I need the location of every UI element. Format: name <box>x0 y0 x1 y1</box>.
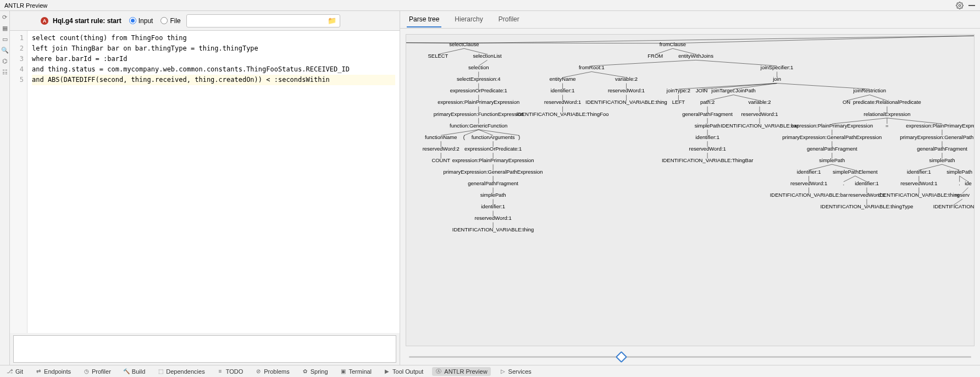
status-profiler[interactable]: ◷Profiler <box>80 367 114 376</box>
file-path-input[interactable]: 📁 <box>186 14 340 27</box>
tree-node[interactable]: IDENTIFICATION <box>933 203 974 209</box>
tree-node[interactable]: = <box>885 123 889 129</box>
tree-node[interactable]: SELECT <box>428 53 449 59</box>
tree-node[interactable]: reserv <box>955 192 970 198</box>
tree-node[interactable]: expressionOrPredicate:1 <box>450 87 507 93</box>
tree-node[interactable]: expression:PlainPrimaryExpression <box>791 123 873 129</box>
tree-node[interactable]: identifier:1 <box>907 169 931 175</box>
tree-node[interactable]: reservedWord:1 <box>689 146 726 152</box>
tab-parse-tree[interactable]: Parse tree <box>407 12 441 27</box>
tree-node[interactable]: IDENTIFICATION_VARIABLE:thing <box>452 226 534 232</box>
status-dependencies[interactable]: ⬚Dependencies <box>154 367 208 376</box>
search-icon[interactable]: 🔍 <box>1 46 9 54</box>
tree-node[interactable]: joinType:2 <box>666 87 690 93</box>
tree-node[interactable]: ON <box>843 99 850 105</box>
tree-node[interactable]: entityWithJoins <box>678 53 713 59</box>
tree-node[interactable]: fromClause <box>660 41 686 47</box>
tree-node[interactable]: . <box>843 180 845 186</box>
tree-node[interactable]: variable:2 <box>748 99 771 105</box>
radio-input[interactable] <box>129 17 136 24</box>
tree-node[interactable]: IDENTIFICATION_VARIABLE:ThingFoo <box>517 111 609 117</box>
tree-node[interactable]: generalPathFragment <box>468 180 518 186</box>
tree-node[interactable]: reservedWord:1 <box>741 111 778 117</box>
status-services[interactable]: ▷Services <box>496 367 535 376</box>
tree-node[interactable]: identifier:1 <box>855 180 879 186</box>
status-endpoints[interactable]: ⇄Endpoints <box>32 367 74 376</box>
refresh-icon[interactable]: ⟳ <box>1 13 9 21</box>
tree-node[interactable]: expression:PlainPrimaryExpression <box>452 157 534 163</box>
tree-node[interactable]: LEFT <box>672 99 685 105</box>
tree-node[interactable]: simplePath <box>946 169 972 175</box>
error-output-area[interactable] <box>13 335 396 363</box>
tree-node[interactable]: identifier:1 <box>797 169 821 175</box>
tree-node[interactable]: selectExpression:4 <box>457 76 500 82</box>
status-terminal[interactable]: ▣Terminal <box>337 367 375 376</box>
tree-node[interactable]: generalPathFragment <box>682 111 733 117</box>
tree-node[interactable]: expressionOrPredicate:1 <box>464 146 522 152</box>
tree-node[interactable]: identifier:1 <box>481 203 505 209</box>
code-line[interactable]: where bar.barId = :barId <box>32 54 395 64</box>
status-tool-output[interactable]: ▶Tool Output <box>380 367 427 376</box>
tree-node[interactable]: simplePath <box>819 157 845 163</box>
tree-node[interactable]: primaryExpression:GeneralPathExpression <box>782 134 882 140</box>
zoom-thumb[interactable] <box>615 351 627 362</box>
zoom-slider[interactable] <box>400 352 980 365</box>
code-area[interactable]: select count(thing) from ThingFoo thingl… <box>27 31 400 333</box>
tree-node[interactable]: IDENTIFICATION_VARIABLE:thingType <box>820 203 913 209</box>
tree-node[interactable]: IDENTIFICATION_VARIABLE:thing <box>878 192 960 198</box>
tree-node[interactable]: predicate:RelationalPredicate <box>853 99 921 105</box>
status-problems[interactable]: ⊘Problems <box>252 367 292 376</box>
tree-node[interactable]: join <box>772 76 781 82</box>
status-build[interactable]: 🔨Build <box>120 367 148 376</box>
tree-node[interactable]: functionArguments <box>472 134 515 140</box>
tree-node[interactable]: path:2 <box>700 99 715 105</box>
tree-node[interactable]: joinSpecifier:1 <box>760 64 793 70</box>
tree-node[interactable]: identifier:1 <box>695 134 719 140</box>
tab-profiler[interactable]: Profiler <box>496 12 522 27</box>
tree-node[interactable]: entityName <box>550 76 576 82</box>
tree-node[interactable]: joinRestriction <box>853 87 886 93</box>
tree-node[interactable]: reservedWord:2 <box>423 146 459 152</box>
tree-node[interactable]: selectClause <box>449 41 479 47</box>
tree-node[interactable]: ide <box>965 180 972 186</box>
tree-node[interactable]: IDENTIFICATION_VARIABLE:thing <box>585 99 667 105</box>
code-line[interactable]: and ABS(DATEDIFF(second, thing.received,… <box>32 75 395 85</box>
tree-node[interactable]: FROM <box>647 53 663 59</box>
tree-node[interactable]: primaryExpression:FunctionExpression <box>434 111 524 117</box>
tree-node[interactable]: JOIN <box>696 87 708 93</box>
tree-node[interactable]: function:GenericFunction <box>450 123 507 129</box>
tree-node[interactable]: selectionList <box>473 53 502 59</box>
radio-file[interactable] <box>160 17 168 24</box>
tree-node[interactable]: ) <box>518 134 520 140</box>
tree-node[interactable]: functionName <box>425 134 457 140</box>
tree-node[interactable]: simplePath <box>929 157 955 163</box>
status-antlr-preview[interactable]: ⒶANTLR Preview <box>432 367 490 376</box>
tree-node[interactable]: simplePathElement <box>833 169 878 175</box>
layers-icon[interactable]: ▦ <box>1 24 9 32</box>
source-input-radio[interactable]: Input <box>129 17 153 25</box>
tree-node[interactable]: primaryExpression:GeneralPathExpression <box>444 169 543 175</box>
tree-node[interactable]: generalPathFragment <box>917 146 967 152</box>
source-file-radio[interactable]: File <box>160 17 180 25</box>
tree-node[interactable]: fromRoot:1 <box>579 64 605 70</box>
code-line[interactable]: left join ThingBar bar on bar.thingType … <box>32 43 395 54</box>
code-line[interactable]: and thing.status = com.mycompany.web.com… <box>32 64 395 75</box>
file-path-field[interactable] <box>189 17 326 25</box>
lock-icon[interactable]: ▭ <box>1 35 9 43</box>
status-todo[interactable]: ≡TODO <box>214 367 247 376</box>
tree-node[interactable]: IDENTIFICATION_VARIABLE:bar <box>770 192 848 198</box>
status-git[interactable]: ⎇Git <box>3 367 26 376</box>
tree-node[interactable]: relationalExpression <box>863 111 910 117</box>
tree-node[interactable]: identifier:1 <box>551 87 575 93</box>
hierarchy-icon[interactable]: ⌬ <box>1 57 9 65</box>
tree-icon[interactable]: ☷ <box>1 68 9 76</box>
tree-node[interactable]: selection <box>468 64 489 70</box>
tree-node[interactable]: COUNT <box>431 157 450 163</box>
tree-node[interactable]: simplePath <box>695 123 721 129</box>
tree-node[interactable]: expression:PlainPrimaryExpres <box>906 123 974 129</box>
tab-hierarchy[interactable]: Hierarchy <box>452 12 485 27</box>
tree-node[interactable]: IDENTIFICATION_VARIABLE:ThingBar <box>662 157 753 163</box>
tree-node[interactable]: . <box>959 180 960 186</box>
parse-tree-view[interactable]: selectClauseSELECTselectionListselection… <box>406 34 975 346</box>
tree-node[interactable]: simplePath <box>480 192 506 198</box>
